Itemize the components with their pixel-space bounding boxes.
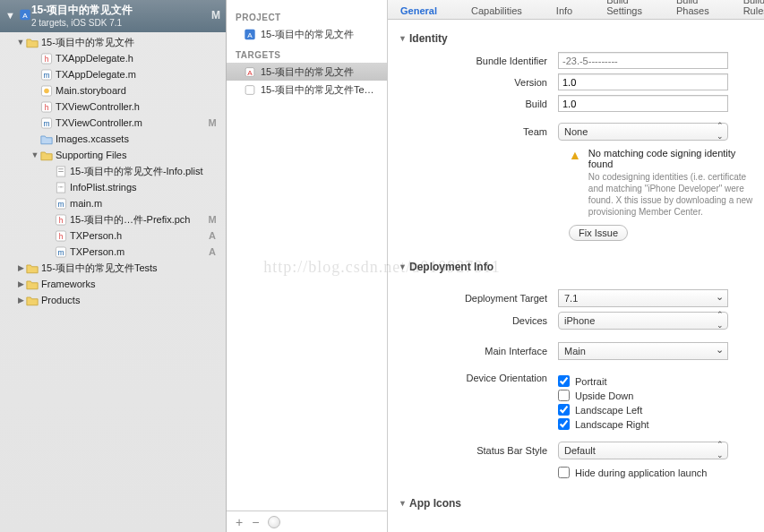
target-list-pane: PROJECT A 15-项目中的常见文件 TARGETS A 15-项目中的常…	[227, 0, 388, 532]
tab-info[interactable]: Info	[551, 3, 578, 19]
deployment-section[interactable]: ▼Deployment Info	[399, 261, 753, 273]
svg-text:m: m	[43, 119, 49, 128]
project-row[interactable]: A 15-项目中的常见文件	[227, 25, 387, 43]
disclosure-icon[interactable]: ▼	[16, 38, 25, 47]
scm-badge: A	[206, 230, 219, 241]
build-label: Build	[406, 99, 558, 109]
file-label: TXViewController.m	[56, 117, 206, 128]
file-row[interactable]: ▼Supporting Files	[0, 147, 226, 163]
file-label: TXPerson.h	[70, 230, 206, 241]
tab-build-settings[interactable]: Build Settings	[601, 0, 648, 19]
version-field[interactable]	[558, 73, 728, 90]
h-icon: h	[54, 213, 67, 226]
file-row[interactable]: mmain.m	[0, 195, 226, 211]
tab-capabilities[interactable]: Capabilities	[466, 3, 528, 19]
m-icon: m	[54, 245, 67, 258]
folder-icon	[25, 278, 39, 290]
svg-text:h: h	[44, 55, 48, 64]
file-row[interactable]: Images.xcassets	[0, 131, 226, 147]
statusbar-style-select[interactable]: Default	[558, 442, 728, 459]
tab-build-rules[interactable]: Build Rules	[738, 0, 764, 19]
tab-general[interactable]: General	[395, 3, 442, 19]
remove-target-button[interactable]: −	[252, 515, 259, 529]
h-icon: h	[54, 229, 67, 242]
targets-section-header: TARGETS	[227, 43, 387, 63]
file-row[interactable]: 15-项目中的常见文件-Info.plist	[0, 163, 226, 179]
file-row[interactable]: ▶Products	[0, 292, 226, 308]
file-label: TXViewController.h	[56, 101, 206, 112]
file-label: 15-项目中的常见文件Tests	[41, 262, 206, 275]
file-row[interactable]: hTXAppDelegate.h	[0, 50, 226, 66]
editor-tabs: General Capabilities Info Build Settings…	[388, 0, 764, 20]
tab-build-phases[interactable]: Build Phases	[671, 0, 715, 19]
deployment-target-select[interactable]: 7.1	[558, 289, 728, 307]
file-row[interactable]: h15-项目中的…件-Prefix.pchM	[0, 211, 226, 227]
team-select[interactable]: None	[558, 123, 728, 141]
orient-landscape-right[interactable]: Landscape Right	[558, 418, 753, 430]
file-tree: ▼15-项目中的常见文件hTXAppDelegate.hmTXAppDelega…	[0, 32, 226, 310]
xa-icon	[39, 133, 53, 145]
file-row[interactable]: ""InfoPlist.strings	[0, 179, 226, 195]
test-target-icon	[243, 84, 257, 96]
svg-text:A: A	[247, 30, 253, 39]
target-row[interactable]: 15-项目中的常见文件Te…	[227, 81, 387, 99]
filter-icon[interactable]	[268, 516, 280, 528]
file-row[interactable]: mTXAppDelegate.m	[0, 66, 226, 82]
version-label: Version	[406, 77, 558, 88]
disclosure-icon[interactable]: ▼	[5, 10, 15, 21]
file-row[interactable]: hTXViewController.h	[0, 99, 226, 115]
folder-icon	[25, 262, 39, 274]
folder-icon	[39, 149, 53, 161]
chevron-down-icon: ▼	[399, 262, 409, 271]
project-section-header: PROJECT	[227, 5, 387, 25]
hide-statusbar-checkbox[interactable]: Hide during application launch	[558, 467, 753, 478]
file-label: TXAppDelegate.m	[56, 69, 206, 80]
scm-badge: M	[206, 117, 219, 128]
target-row[interactable]: A 15-项目中的常见文件	[227, 63, 387, 81]
folder-icon	[25, 36, 39, 48]
devices-select[interactable]: iPhone	[558, 312, 728, 330]
orient-landscape-left[interactable]: Landscape Left	[558, 404, 753, 416]
file-row[interactable]: ▶Frameworks	[0, 276, 226, 292]
xcode-project-icon: A	[19, 9, 31, 22]
file-row[interactable]: ▶15-项目中的常见文件Tests	[0, 260, 226, 276]
file-row[interactable]: hTXPerson.hA	[0, 227, 226, 244]
build-field[interactable]	[558, 95, 728, 112]
disclosure-icon[interactable]: ▶	[16, 296, 25, 305]
file-row[interactable]: Main.storyboard	[0, 82, 226, 99]
scm-badge: A	[206, 246, 219, 257]
svg-text:A: A	[22, 11, 28, 19]
team-label: Team	[406, 126, 558, 137]
file-row[interactable]: mTXPerson.mA	[0, 244, 226, 260]
file-row[interactable]: mTXViewController.mM	[0, 115, 226, 131]
file-label: TXAppDelegate.h	[56, 53, 206, 64]
svg-point-7	[44, 88, 49, 93]
main-interface-label: Main Interface	[406, 346, 558, 356]
file-label: 15-项目中的常见文件	[41, 36, 206, 49]
bundle-id-field[interactable]	[558, 52, 728, 69]
file-label: Images.xcassets	[56, 133, 206, 144]
appicons-section[interactable]: ▼App Icons	[399, 497, 753, 510]
add-target-button[interactable]: +	[236, 515, 243, 529]
fix-issue-button[interactable]: Fix Issue	[569, 225, 628, 241]
file-row[interactable]: ▼15-项目中的常见文件	[0, 34, 226, 50]
m-icon: m	[39, 116, 53, 129]
chevron-down-icon: ▼	[399, 499, 409, 508]
devices-label: Devices	[406, 315, 558, 326]
disclosure-icon[interactable]: ▶	[16, 279, 25, 288]
identity-section[interactable]: ▼Identity	[399, 32, 753, 45]
scm-badge: M	[206, 214, 219, 225]
orientation-label: Device Orientation	[406, 373, 558, 383]
orient-upsidedown[interactable]: Upside Down	[558, 390, 753, 401]
xcode-project-icon: A	[243, 29, 257, 40]
svg-rect-29	[245, 85, 254, 94]
file-navigator: ▼ A 15-项目中的常见文件 2 targets, iOS SDK 7.1 M…	[0, 0, 227, 532]
disclosure-icon[interactable]: ▼	[30, 150, 39, 159]
folder-icon	[25, 294, 39, 306]
project-header[interactable]: ▼ A 15-项目中的常见文件 2 targets, iOS SDK 7.1 M	[0, 0, 226, 32]
disclosure-icon[interactable]: ▶	[16, 263, 25, 272]
main-interface-select[interactable]: Main	[558, 342, 728, 360]
orient-portrait[interactable]: Portrait	[558, 375, 753, 387]
app-target-icon: A	[243, 66, 257, 78]
plist-icon	[54, 165, 67, 177]
